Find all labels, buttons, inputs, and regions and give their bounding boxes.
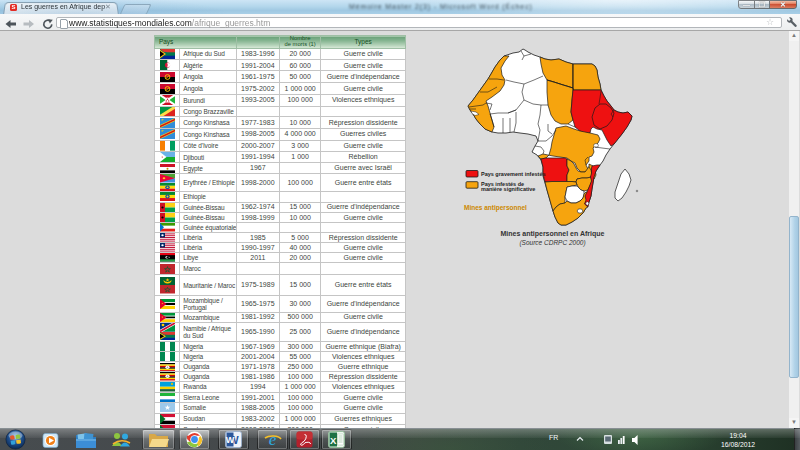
svg-text:W: W (226, 435, 235, 445)
svg-text:X: X (330, 435, 337, 446)
svg-text:e: e (269, 430, 277, 449)
